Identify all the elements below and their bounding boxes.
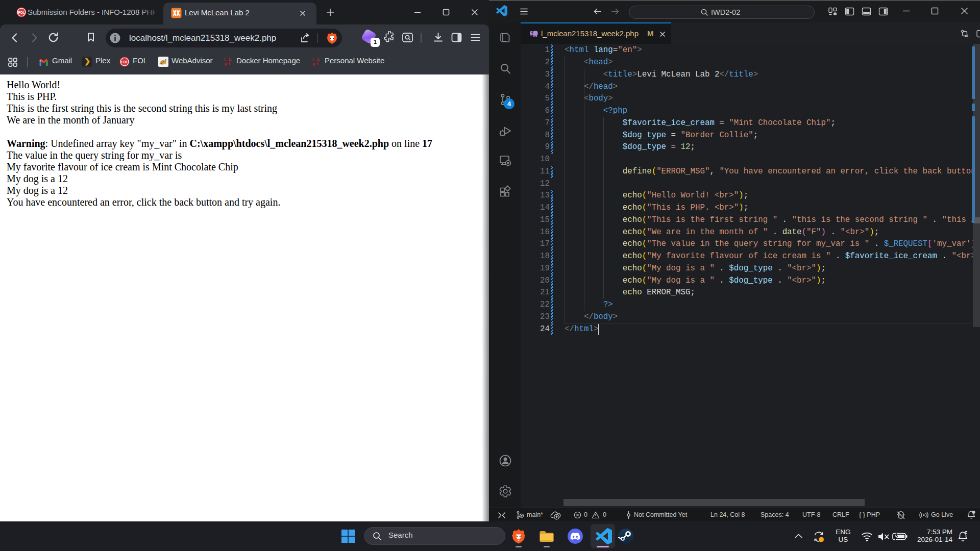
svg-text:V: V <box>224 62 227 67</box>
svg-text:V: V <box>312 62 315 67</box>
svg-text:I: I <box>229 61 230 66</box>
svg-text:FOL: FOL <box>121 60 128 64</box>
svg-text:I: I <box>317 61 318 66</box>
svg-text:FOL: FOL <box>18 11 25 14</box>
